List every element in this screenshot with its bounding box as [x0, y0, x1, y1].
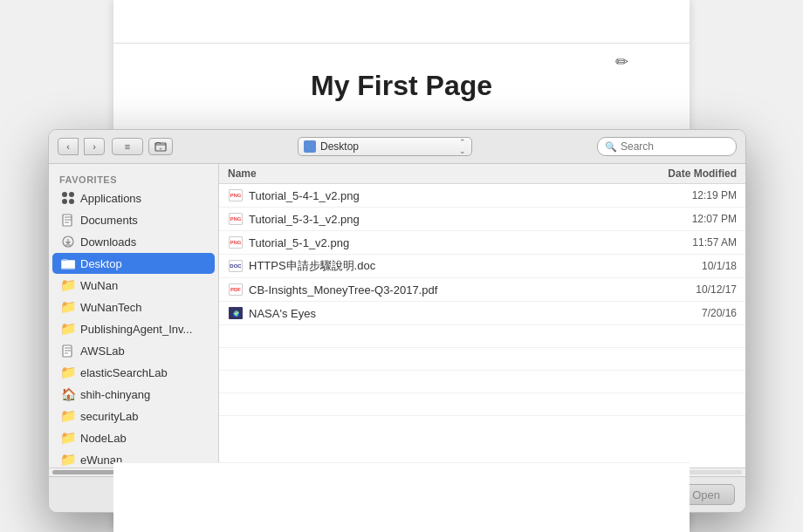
documents-label: Documents — [80, 214, 138, 227]
edit-icon[interactable]: ✏ — [615, 52, 628, 72]
file-row[interactable]: PNG Tutorial_5-1_v2.png 11:57 AM — [219, 231, 745, 255]
location-text: Desktop — [320, 140, 459, 153]
wunantech-label: WuNanTech — [80, 301, 142, 314]
wunan-label: WuNan — [80, 279, 118, 292]
page-footer — [113, 462, 690, 532]
file-row[interactable]: DOC HTTPS申請步驟說明.doc 10/1/18 — [219, 255, 745, 278]
file-date: 7/20/16 — [641, 307, 737, 319]
svg-point-5 — [69, 199, 74, 204]
file-icon-nasa: 🌍 — [228, 305, 244, 321]
file-date: 10/12/17 — [641, 283, 737, 296]
downloads-icon — [61, 235, 75, 249]
view-options-button[interactable]: ≡ — [112, 138, 143, 155]
sidebar-item-nodelab[interactable]: 📁 NodeLab — [52, 427, 215, 448]
file-date: 10/1/18 — [641, 260, 737, 272]
nodelab-label: NodeLab — [80, 432, 127, 445]
securitylab-folder-icon: 📁 — [61, 409, 75, 423]
sidebar-item-desktop[interactable]: Desktop — [52, 253, 215, 274]
file-name: Tutorial_5-4-1_v2.png — [249, 189, 641, 202]
file-open-dialog: ‹ › ≡ + Desktop ⌃⌄ 🔍 Favorites — [48, 129, 746, 513]
file-icon-png: PNG — [228, 188, 244, 203]
dialog-toolbar: ‹ › ≡ + Desktop ⌃⌄ 🔍 — [49, 130, 745, 164]
file-icon-pdf: PDF — [228, 282, 244, 297]
sidebar-item-shihchinyang[interactable]: 🏠 shih-chinyang — [52, 384, 215, 405]
awslab-icon — [61, 344, 75, 358]
downloads-label: Downloads — [80, 235, 136, 249]
file-row[interactable]: PDF CB-Insights_MoneyTree-Q3-2017.pdf 10… — [219, 278, 745, 302]
new-folder-button[interactable]: + — [148, 138, 173, 155]
publishingagent-label: PublishingAgent_Inv... — [80, 323, 192, 336]
file-icon-doc: DOC — [228, 258, 244, 274]
sidebar-item-wunan[interactable]: 📁 WuNan — [52, 275, 215, 296]
location-folder-icon — [304, 140, 316, 153]
desktop-label: Desktop — [80, 257, 122, 270]
file-row-empty — [219, 348, 745, 371]
file-row[interactable]: PNG Tutorial_5-3-1_v2.png 12:07 PM — [219, 208, 745, 231]
sidebar-item-elasticsearch[interactable]: 📁 elasticSearchLab — [52, 362, 215, 383]
file-name: Tutorial_5-3-1_v2.png — [249, 213, 641, 226]
new-folder-icon: + — [154, 140, 167, 153]
sidebar: Favorites Applications Documents — [49, 164, 219, 467]
elasticsearch-label: elasticSearchLab — [80, 366, 168, 379]
sidebar-section-label: Favorites — [49, 171, 218, 187]
file-icon-png: PNG — [228, 235, 244, 250]
forward-button[interactable]: › — [84, 138, 105, 155]
file-name: Tutorial_5-1_v2.png — [249, 236, 641, 249]
svg-text:+: + — [159, 146, 162, 151]
wunan-folder-icon: 📁 — [61, 278, 75, 292]
svg-point-3 — [69, 192, 74, 197]
ewunan-folder-icon: 📁 — [61, 453, 75, 467]
applications-icon — [61, 191, 75, 205]
shihchinyang-label: shih-chinyang — [80, 388, 150, 401]
sidebar-item-securitylab[interactable]: 📁 securityLab — [52, 406, 215, 426]
sidebar-item-documents[interactable]: Documents — [52, 209, 215, 230]
sidebar-item-awslab[interactable]: AWSLab — [52, 340, 215, 361]
svg-point-4 — [62, 199, 67, 204]
file-list-header: Name Date Modified — [219, 164, 745, 184]
file-row-empty — [219, 393, 745, 416]
svg-rect-8 — [61, 261, 75, 269]
col-name-header: Name — [228, 167, 641, 180]
nodelab-folder-icon: 📁 — [61, 431, 75, 445]
shihchinyang-icon: 🏠 — [61, 387, 75, 401]
sidebar-item-downloads[interactable]: Downloads — [52, 231, 215, 252]
publishingagent-folder-icon: 📁 — [61, 322, 75, 336]
search-box[interactable]: 🔍 — [597, 137, 737, 156]
back-button[interactable]: ‹ — [58, 138, 79, 155]
col-date-header: Date Modified — [641, 167, 737, 180]
desktop-folder-icon — [61, 256, 75, 270]
file-row-empty — [219, 371, 745, 393]
awslab-label: AWSLab — [80, 344, 125, 358]
documents-icon — [61, 213, 75, 227]
sidebar-item-wunantech[interactable]: 📁 WuNanTech — [52, 297, 215, 317]
securitylab-label: securityLab — [80, 410, 138, 423]
file-date: 12:07 PM — [641, 213, 737, 225]
dialog-body: Favorites Applications Documents — [49, 164, 745, 467]
file-name: NASA's Eyes — [249, 307, 641, 320]
applications-label: Applications — [80, 192, 141, 205]
file-row-empty — [219, 325, 745, 348]
wunantech-folder-icon: 📁 — [61, 300, 75, 314]
elasticsearch-folder-icon: 📁 — [61, 365, 75, 379]
page-top-bar — [113, 17, 690, 44]
search-input[interactable] — [621, 140, 729, 153]
page-title-area: My First Page — [113, 44, 690, 119]
file-date: 11:57 AM — [641, 236, 737, 249]
location-dropdown[interactable]: Desktop ⌃⌄ — [298, 137, 472, 156]
page-title: My First Page — [311, 70, 492, 102]
search-icon: 🔍 — [605, 141, 617, 153]
file-name: CB-Insights_MoneyTree-Q3-2017.pdf — [249, 283, 641, 297]
file-date: 12:19 PM — [641, 189, 737, 201]
sidebar-item-applications[interactable]: Applications — [52, 188, 215, 208]
file-icon-png: PNG — [228, 211, 244, 227]
file-row[interactable]: PNG Tutorial_5-4-1_v2.png 12:19 PM — [219, 184, 745, 208]
file-row[interactable]: 🌍 NASA's Eyes 7/20/16 — [219, 302, 745, 325]
sidebar-item-publishingagent[interactable]: 📁 PublishingAgent_Inv... — [52, 318, 215, 339]
svg-point-2 — [62, 192, 67, 197]
file-list: Name Date Modified PNG Tutorial_5-4-1_v2… — [219, 164, 745, 467]
location-arrow-icon: ⌃⌄ — [459, 138, 466, 155]
file-name: HTTPS申請步驟說明.doc — [249, 258, 641, 274]
